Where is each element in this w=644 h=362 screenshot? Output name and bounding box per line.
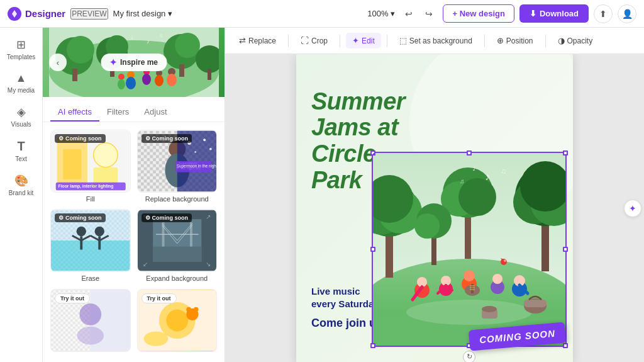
svg-text:↙: ↙ xyxy=(142,261,147,268)
effect-try2-thumb: Try it out xyxy=(137,289,218,352)
tab-ai-effects[interactable]: AI effects xyxy=(50,103,99,122)
sidebar-item-text[interactable]: T Text xyxy=(3,134,40,167)
selection-handle-br[interactable] xyxy=(563,343,568,348)
undo-button[interactable]: ↩ xyxy=(400,5,418,23)
svg-text:Supermoon in the night: Supermoon in the night xyxy=(176,164,216,169)
set-as-bg-icon: ⬚ xyxy=(399,36,407,45)
svg-text:↗: ↗ xyxy=(206,214,211,221)
design-canvas: Summer Jams at Circle Park Live music ev… xyxy=(296,54,573,362)
effect-try2[interactable]: Try it out xyxy=(137,289,218,354)
svg-rect-75 xyxy=(153,247,201,262)
position-icon: ⊕ xyxy=(497,36,504,45)
svg-point-62 xyxy=(95,227,104,236)
logo-icon xyxy=(8,7,21,21)
templates-icon: ⊞ xyxy=(16,38,26,52)
effect-fill[interactable]: Floor lamp, interior lighting Floor lamp… xyxy=(50,130,131,203)
rotate-handle[interactable]: ↻ xyxy=(463,351,475,363)
sidebar: ⊞ Templates ▲ My media ◈ Visuals T Text … xyxy=(0,28,43,362)
image-selection-box[interactable]: ↻ xyxy=(372,152,567,347)
svg-text:Floor lamp, interior lighting: Floor lamp, interior lighting xyxy=(58,184,114,189)
panel-preview-image: ♪ ♫ ♩ ‹ ✦ Inspire me xyxy=(43,28,225,97)
magic-button[interactable]: ✦ xyxy=(624,200,641,217)
selection-handle-bl[interactable] xyxy=(370,343,375,348)
share-button[interactable]: ⬆ xyxy=(594,4,613,23)
redo-button[interactable]: ↪ xyxy=(420,5,438,23)
effect-replace-bg-label: Replace background xyxy=(137,195,218,203)
effect-try1-thumb: Try it out xyxy=(50,289,131,352)
effect-expand-bg-thumb: ↖ ↗ ↙ ↘ Coming soon xyxy=(137,209,218,272)
tab-filters[interactable]: Filters xyxy=(99,103,136,122)
share-icon: ⬆ xyxy=(599,9,607,19)
preview-button[interactable]: PREVIEW xyxy=(70,8,108,20)
coming-soon-badge: Coming soon xyxy=(142,213,192,222)
sidebar-item-visuals[interactable]: ◈ Visuals xyxy=(3,100,40,133)
effect-replace-bg-thumb: Supermoon in the night sky Supermoon in … xyxy=(137,130,218,193)
svg-point-45 xyxy=(194,151,196,153)
svg-text:♫: ♫ xyxy=(159,33,163,38)
svg-rect-5 xyxy=(72,69,77,81)
left-panel: ♪ ♫ ♩ ‹ ✦ Inspire me AI effects Filters … xyxy=(43,28,225,362)
effect-fill-thumb: Floor lamp, interior lighting Floor lamp… xyxy=(50,130,131,193)
visuals-icon: ◈ xyxy=(17,105,26,119)
svg-point-19 xyxy=(155,75,164,86)
effect-erase-label: Erase xyxy=(50,274,131,282)
svg-point-44 xyxy=(203,139,206,141)
svg-text:♩: ♩ xyxy=(131,34,133,40)
svg-point-23 xyxy=(167,74,177,86)
tab-adjust[interactable]: Adjust xyxy=(136,103,174,122)
selection-handle-tm[interactable] xyxy=(467,150,472,156)
download-button[interactable]: ⬇ Download xyxy=(519,4,589,23)
svg-point-21 xyxy=(118,79,125,89)
inspire-me-button[interactable]: ✦ Inspire me xyxy=(101,54,167,71)
svg-point-46 xyxy=(209,148,211,150)
effects-tabs: AI effects Filters Adjust xyxy=(43,97,225,122)
selection-handle-rm[interactable] xyxy=(563,247,568,252)
effect-try1[interactable]: Try it out xyxy=(50,289,131,354)
coming-soon-badge: Coming soon xyxy=(55,213,106,222)
svg-rect-11 xyxy=(179,64,184,77)
design-name[interactable]: My first design ▾ xyxy=(113,9,173,18)
effect-expand-bg[interactable]: ↖ ↗ ↙ ↘ Coming soon Expand background xyxy=(137,209,218,282)
selection-handle-lm[interactable] xyxy=(370,247,375,252)
position-button[interactable]: ⊕ Position xyxy=(491,33,540,48)
svg-point-93 xyxy=(186,307,191,312)
selection-handle-tl[interactable] xyxy=(370,150,375,156)
toolbar-separator xyxy=(340,35,340,47)
set-as-bg-button[interactable]: ⬚ Set as background xyxy=(393,33,479,48)
zoom-control[interactable]: 100% ▾ xyxy=(367,9,395,18)
new-design-button[interactable]: + New design xyxy=(443,4,514,23)
undo-redo-group: ↩ ↪ xyxy=(400,5,438,23)
sidebar-item-templates[interactable]: ⊞ Templates xyxy=(3,33,40,65)
opacity-button[interactable]: ◑ Opacity xyxy=(552,33,599,48)
canvas-area: ⇄ Replace ⛶ Crop ✦ Edit ⬚ Set as backgro… xyxy=(225,28,644,362)
effect-expand-bg-label: Expand background xyxy=(137,274,218,282)
panel-prev-button[interactable]: ‹ xyxy=(49,54,67,71)
user-profile-button[interactable]: 👤 xyxy=(618,4,636,23)
selection-handle-tr[interactable] xyxy=(563,150,568,156)
svg-point-87 xyxy=(77,326,104,344)
try-it-badge: Try it out xyxy=(55,293,90,303)
coming-soon-badge: Coming soon xyxy=(55,134,106,143)
toolbar-separator xyxy=(288,35,289,47)
svg-point-91 xyxy=(143,331,168,346)
canvas-subtitle1: Live music xyxy=(311,286,360,297)
sidebar-item-brand-kit[interactable]: 🎨 Brand kit xyxy=(3,169,40,201)
toolbar-separator xyxy=(545,35,546,47)
svg-point-4 xyxy=(67,36,94,64)
edit-button[interactable]: ✦ Edit xyxy=(346,33,381,48)
chevron-down-icon: ▾ xyxy=(168,9,172,18)
text-icon: T xyxy=(17,139,25,154)
brand-kit-icon: 🎨 xyxy=(14,174,28,188)
toolbar-separator xyxy=(387,35,387,47)
effect-replace-bg[interactable]: Supermoon in the night sky Supermoon in … xyxy=(137,130,218,203)
effect-fill-label: Fill xyxy=(50,195,131,203)
main-layout: ⊞ Templates ▲ My media ◈ Visuals T Text … xyxy=(0,28,644,362)
svg-rect-13 xyxy=(208,69,211,80)
sidebar-item-my-media[interactable]: ▲ My media xyxy=(3,67,40,99)
app-logo: Designer xyxy=(8,7,65,21)
chevron-down-icon: ▾ xyxy=(391,9,395,18)
crop-button[interactable]: ⛶ Crop xyxy=(294,33,334,48)
effect-erase[interactable]: Coming soon Erase xyxy=(50,209,131,282)
download-icon: ⬇ xyxy=(530,9,536,18)
replace-button[interactable]: ⇄ Replace xyxy=(233,33,282,48)
